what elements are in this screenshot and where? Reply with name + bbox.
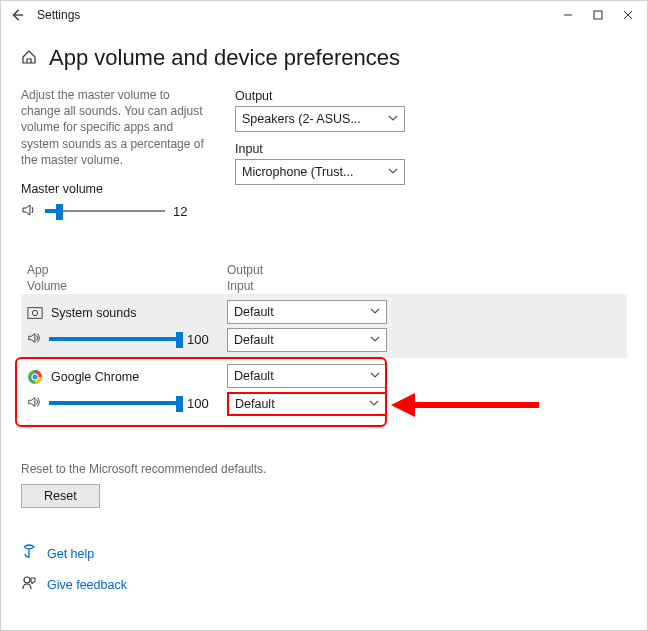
col-app-line2: Volume [27, 279, 227, 295]
chevron-down-icon [370, 334, 380, 346]
output-label: Output [235, 89, 627, 103]
app-input-select[interactable]: Default [227, 392, 387, 416]
minimize-button[interactable] [553, 1, 583, 29]
chevron-down-icon [370, 306, 380, 318]
svg-point-6 [32, 310, 37, 315]
app-volume-slider[interactable] [49, 394, 179, 412]
help-icon [21, 544, 37, 563]
col-oi-line1: Output [227, 263, 263, 279]
svg-rect-5 [28, 308, 42, 319]
volume-icon[interactable] [27, 331, 41, 348]
back-button[interactable] [5, 3, 29, 27]
app-output-value: Default [234, 305, 274, 319]
col-oi-line2: Input [227, 279, 263, 295]
col-app-line1: App [27, 263, 227, 279]
svg-rect-2 [594, 11, 602, 19]
reset-button[interactable]: Reset [21, 484, 100, 508]
output-device-select[interactable]: Speakers (2- ASUS... [235, 106, 405, 132]
app-name: System sounds [51, 306, 136, 320]
close-icon [623, 10, 633, 20]
get-help-link[interactable]: Get help [47, 547, 94, 561]
output-device-value: Speakers (2- ASUS... [242, 112, 361, 126]
master-volume-slider[interactable] [45, 202, 165, 220]
close-button[interactable] [613, 1, 643, 29]
app-list-header: App Volume Output Input [21, 263, 627, 294]
volume-icon[interactable] [27, 395, 41, 412]
svg-point-9 [33, 375, 38, 380]
app-volume-slider[interactable] [49, 330, 179, 348]
input-device-select[interactable]: Microphone (Trust... [235, 159, 405, 185]
arrow-left-icon [10, 8, 24, 22]
page-title: App volume and device preferences [49, 45, 400, 71]
app-row-google-chrome: Google Chrome 100 Default Default [21, 358, 627, 422]
app-input-select[interactable]: Default [227, 328, 387, 352]
app-input-value: Default [235, 397, 275, 411]
app-input-value: Default [234, 333, 274, 347]
chevron-down-icon [370, 370, 380, 382]
chrome-icon [27, 369, 43, 385]
reset-hint: Reset to the Microsoft recommended defau… [21, 462, 627, 476]
chevron-down-icon [388, 113, 398, 125]
app-volume-value: 100 [187, 396, 215, 411]
window-title: Settings [37, 8, 80, 22]
app-name: Google Chrome [51, 370, 139, 384]
feedback-icon [21, 575, 37, 594]
window-controls [553, 1, 643, 29]
page-description: Adjust the master volume to change all s… [21, 87, 211, 168]
minimize-icon [563, 10, 573, 20]
svg-point-10 [24, 577, 30, 583]
maximize-button[interactable] [583, 1, 613, 29]
master-volume-label: Master volume [21, 182, 211, 196]
system-sounds-icon [27, 305, 43, 321]
page-header: App volume and device preferences [21, 45, 627, 71]
app-volume-value: 100 [187, 332, 215, 347]
maximize-icon [593, 10, 603, 20]
volume-icon[interactable] [21, 202, 37, 221]
input-label: Input [235, 142, 627, 156]
titlebar: Settings [1, 1, 647, 29]
app-row-system-sounds: System sounds 100 Default Default [21, 294, 627, 358]
input-device-value: Microphone (Trust... [242, 165, 353, 179]
master-volume-value: 12 [173, 204, 201, 219]
app-output-value: Default [234, 369, 274, 383]
chevron-down-icon [369, 398, 379, 410]
page-content: App volume and device preferences Adjust… [1, 29, 647, 616]
home-icon[interactable] [21, 49, 37, 69]
app-output-select[interactable]: Default [227, 300, 387, 324]
chevron-down-icon [388, 166, 398, 178]
give-feedback-link[interactable]: Give feedback [47, 578, 127, 592]
app-output-select[interactable]: Default [227, 364, 387, 388]
